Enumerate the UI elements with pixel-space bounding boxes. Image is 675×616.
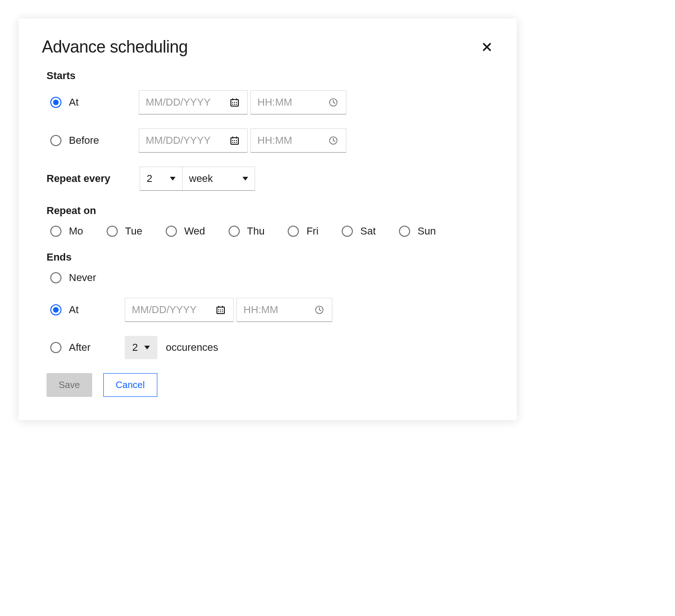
- repeat-every-count-value: 2: [147, 173, 152, 185]
- day-label: Mo: [69, 225, 83, 237]
- repeat-on-day-sat[interactable]: Sat: [342, 225, 376, 237]
- ends-after-radio[interactable]: [50, 342, 61, 353]
- repeat-on-day-radio[interactable]: [107, 226, 118, 237]
- repeat-on-day-radio[interactable]: [342, 226, 353, 237]
- svg-rect-2: [236, 99, 237, 100]
- chevron-down-icon: [243, 177, 248, 181]
- svg-rect-23: [218, 309, 219, 310]
- repeat-every-count-select[interactable]: 2: [140, 167, 182, 190]
- svg-rect-13: [232, 140, 233, 141]
- starts-at-date-input[interactable]: [139, 90, 222, 114]
- dialog-title: Advance scheduling: [42, 37, 188, 57]
- occurrences-label: occurences: [166, 341, 218, 354]
- repeat-on-day-mo[interactable]: Mo: [50, 225, 83, 237]
- repeat-on-day-radio[interactable]: [399, 226, 410, 237]
- ends-at-time-input[interactable]: [236, 298, 306, 322]
- day-label: Wed: [184, 225, 205, 237]
- day-label: Tue: [125, 225, 142, 237]
- dialog-header: Advance scheduling: [42, 37, 493, 57]
- ends-at-time-picker-button[interactable]: [306, 298, 332, 322]
- svg-rect-18: [236, 142, 237, 143]
- repeat-on-day-radio[interactable]: [50, 226, 61, 237]
- chevron-down-icon: [144, 346, 150, 349]
- repeat-on-days: Mo Tue Wed Thu Fri Sat Sun: [42, 225, 493, 237]
- ends-at-date-picker-button[interactable]: [208, 298, 234, 322]
- starts-before-time-input[interactable]: [250, 128, 320, 153]
- starts-before-label[interactable]: Before: [69, 134, 139, 147]
- chevron-down-icon: [170, 177, 176, 181]
- ends-at-row: At: [42, 298, 493, 322]
- repeat-on-day-radio[interactable]: [166, 226, 177, 237]
- ends-never-row: Never: [42, 272, 493, 284]
- save-button[interactable]: Save: [47, 373, 92, 397]
- clock-icon: [329, 136, 338, 145]
- repeat-every-label: Repeat every: [47, 173, 140, 185]
- svg-rect-25: [222, 309, 223, 310]
- svg-rect-12: [236, 137, 237, 139]
- day-label: Sat: [360, 225, 376, 237]
- repeat-on-day-wed[interactable]: Wed: [166, 225, 205, 237]
- ends-at-inputs: [125, 298, 332, 322]
- repeat-on-day-radio[interactable]: [288, 226, 299, 237]
- starts-before-date-input[interactable]: [139, 128, 222, 153]
- calendar-icon: [230, 98, 239, 107]
- ends-after-row: After 2 occurences: [42, 336, 493, 359]
- svg-rect-17: [234, 142, 235, 143]
- svg-rect-5: [236, 102, 237, 103]
- calendar-icon: [216, 305, 225, 315]
- repeat-on-day-tue[interactable]: Tue: [107, 225, 142, 237]
- starts-before-row: Before: [42, 128, 493, 153]
- svg-rect-8: [236, 104, 237, 105]
- clock-icon: [329, 98, 338, 107]
- svg-rect-6: [232, 104, 233, 105]
- starts-before-time-picker-button[interactable]: [320, 128, 346, 153]
- ends-never-radio[interactable]: [50, 272, 61, 283]
- ends-never-label[interactable]: Never: [69, 272, 139, 284]
- svg-rect-3: [232, 102, 233, 103]
- repeat-on-day-thu[interactable]: Thu: [229, 225, 265, 237]
- starts-at-time-input[interactable]: [250, 90, 320, 114]
- starts-heading: Starts: [42, 70, 493, 82]
- calendar-icon: [230, 136, 239, 145]
- ends-heading: Ends: [42, 251, 493, 263]
- svg-rect-15: [236, 140, 237, 141]
- cancel-button[interactable]: Cancel: [103, 373, 157, 397]
- repeat-on-day-radio[interactable]: [229, 226, 240, 237]
- starts-at-date-picker-button[interactable]: [222, 90, 248, 114]
- repeat-every-selects: 2 week: [140, 167, 255, 191]
- svg-rect-24: [220, 309, 221, 310]
- day-label: Thu: [247, 225, 265, 237]
- repeat-every-row: Repeat every 2 week: [42, 167, 493, 191]
- ends-at-radio[interactable]: [50, 304, 61, 315]
- starts-at-row: At: [42, 90, 493, 114]
- svg-rect-26: [218, 311, 219, 312]
- repeat-every-unit-select[interactable]: week: [182, 167, 255, 190]
- starts-at-time-picker-button[interactable]: [320, 90, 346, 114]
- close-button[interactable]: [480, 40, 493, 54]
- svg-rect-11: [232, 137, 233, 139]
- starts-at-inputs: [139, 90, 346, 114]
- svg-rect-28: [222, 311, 223, 312]
- svg-rect-4: [234, 102, 235, 103]
- starts-at-radio[interactable]: [50, 97, 61, 108]
- svg-rect-1: [232, 99, 233, 100]
- repeat-on-day-sun[interactable]: Sun: [399, 225, 436, 237]
- ends-after-count-value: 2: [132, 341, 138, 354]
- ends-at-label[interactable]: At: [69, 304, 125, 316]
- starts-at-label[interactable]: At: [69, 96, 139, 108]
- svg-rect-21: [218, 306, 219, 308]
- starts-before-date-picker-button[interactable]: [222, 128, 248, 153]
- svg-rect-27: [220, 311, 221, 312]
- starts-before-radio[interactable]: [50, 135, 61, 146]
- svg-rect-16: [232, 142, 233, 143]
- svg-rect-7: [234, 104, 235, 105]
- ends-after-label[interactable]: After: [69, 341, 125, 354]
- clock-icon: [315, 305, 324, 315]
- repeat-every-unit-value: week: [189, 173, 213, 185]
- starts-before-inputs: [139, 128, 346, 153]
- svg-rect-14: [234, 140, 235, 141]
- repeat-on-heading: Repeat on: [42, 205, 493, 217]
- ends-after-count-select[interactable]: 2: [125, 336, 157, 359]
- repeat-on-day-fri[interactable]: Fri: [288, 225, 318, 237]
- ends-at-date-input[interactable]: [125, 298, 208, 322]
